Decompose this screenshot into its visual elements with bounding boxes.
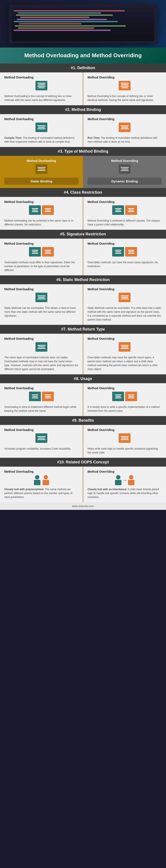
overloading-static-col: Method Overloading Static Methods can be… [0,284,83,325]
section-usage: #8. Usage Method Overloading [0,374,166,416]
overriding-binding-title: Method Overriding [88,117,162,121]
overriding-static-icon [119,293,131,302]
overriding-return-icon-area [88,342,162,353]
overloading-class-col: Method Overloading [0,197,83,230]
overriding-definition-col: Method Overriding Method Overriding is t… [83,72,166,105]
overriding-usage-title: Method Overriding [88,386,162,390]
overloading-sig-icon1 [29,247,41,256]
polymorphism-label: Closely knit with polymorphism: [4,488,44,491]
static-binding-label: Static Binding [4,178,78,185]
overriding-benefits-icon [119,433,131,443]
overriding-type-col: Method Overriding Dynamic Binding [83,156,166,188]
overriding-usage-icon-area [88,392,162,403]
section-4-header: #4. Class Restriction [0,188,166,197]
person-icon2 [42,475,49,485]
overriding-usage-icon2 [125,392,137,401]
overriding-def-icon-area [88,81,162,92]
overloading-usage-icon-area [4,392,78,403]
overriding-class-icon2 [125,205,137,215]
overriding-benefits-icon-area [88,433,162,444]
section-definition: #1. Definition Method Overloading Method… [0,64,166,105]
overriding-static-icon-area [88,293,162,304]
overriding-sig-icon1 [112,247,124,256]
overloading-signature-col: Method Overloading [0,239,83,275]
overriding-return-title: Method Overriding [88,337,162,340]
overriding-binding-text: Run Time: The binding of overridden meth… [88,136,162,144]
overriding-usage-icon1 [112,392,124,401]
section-binding: #2. Method Binding Method Overloading Co… [0,105,166,147]
overloading-return-col: Method Overloading The return type of ov… [0,334,83,374]
overloading-def-icon [35,81,47,90]
overloading-signature-text: Overloaded methods must differ in their … [4,260,78,272]
overriding-oops-col: Method Overriding → [83,467,166,502]
overriding-binding-col: Method Overriding Run Time: The binding … [83,114,166,147]
overriding-usage-col: Method Overriding [83,383,166,416]
dynamic-binding-label: Dynamic Binding [88,178,162,185]
overriding-benefits-title: Method Overriding [88,428,162,432]
overriding-oops-icon-area: → [88,475,162,485]
overloading-benefits-col: Method Overloading Increases program rea… [0,425,83,458]
overriding-signature-col: Method Overriding [83,239,166,275]
section-3-header: #3. Type of Method Binding [0,147,166,156]
overloading-usage-icon1 [29,392,41,401]
overloading-oops-text: Closely knit with polymorphism: The same… [4,487,78,499]
overloading-return-icon-area [4,342,78,353]
overriding-return-col: Method Overriding Overridden methods may… [83,334,166,374]
overloading-static-title: Method Overloading [4,287,78,291]
section-oops: #10. Related OOPS Concept Method Overloa… [0,458,166,502]
section-10-header: #10. Related OOPS Concept [0,458,166,467]
overriding-oops-text: Closely knit with an Inheritance: A chil… [88,487,162,499]
overriding-sig-icon2 [125,247,137,256]
overloading-binding-title: Method Overloading [4,117,78,121]
overloading-signature-title: Method Overloading [4,242,78,245]
overriding-binding-icon [119,123,131,132]
overriding-class-title: Method Overriding [88,200,162,204]
overriding-static-title: Method Overriding [88,287,162,291]
overloading-usage-icon2 [42,392,54,401]
overloading-oops-col: Method Overloading [0,467,83,502]
run-time-label: Run Time: [88,136,100,140]
overriding-benefits-text: Helps write code logic to handle specifi… [88,447,162,455]
overloading-return-text: The return type of overloaded methods do… [4,355,78,371]
section-5-header: #5. Signature Restriction [0,230,166,239]
overriding-class-col: Method Overriding [83,197,166,230]
overloading-oops-icon-area [4,475,78,485]
overriding-benefits-col: Method Overriding Helps write code logic… [83,425,166,458]
overloading-definition-text: Method Overloading is the concept of def… [4,94,78,102]
overloading-static-text: Static Methods can be overloaded. This a… [4,306,78,318]
section-9-header: #9. Benefits [0,416,166,425]
section-type-binding: #3. Type of Method Binding Method Overlo… [0,147,166,188]
arrow-icon: → [123,478,127,483]
section-benefits: #9. Benefits Method Overloading Increase… [0,416,166,458]
overloading-definition-title: Method Overloading [4,76,78,79]
overloading-benefits-icon [35,433,47,443]
overloading-class-icon-area [4,205,78,217]
overloading-binding-col: Method Overloading Compile Time: The bin… [0,114,83,147]
overriding-return-icon [119,342,131,352]
website-url: www.educba.com [72,504,94,508]
overriding-type-icon-area [88,164,162,176]
overriding-usage-text: It is mostly done to write a specific im… [88,405,162,413]
overloading-benefits-text: Increases program readability. Increases… [4,447,78,451]
section-6-header: #6. Static Method Restriction [0,275,166,284]
overloading-return-title: Method Overloading [4,337,78,340]
overriding-type-icon [119,164,131,174]
overloading-class-title: Method Overloading [4,200,78,204]
overriding-oops-title: Method Overriding [88,470,162,473]
overloading-def-icon-area [4,81,78,92]
inheritance-label: Closely knit with an Inheritance: [88,488,127,491]
overloading-class-icon1 [29,205,41,215]
overloading-binding-icon [35,123,47,132]
overriding-def-icon [119,81,131,90]
person-icon [34,475,40,485]
overriding-signature-text: Overridden methods can have the exact sa… [88,260,162,268]
footer: www.educba.com [0,502,166,510]
overriding-class-text: Method Overriding is achieved in differe… [88,219,162,226]
overloading-binding-icon-area [4,123,78,134]
compile-time-label: Compile Time: [4,136,22,140]
section-1-header: #1. Definition [0,64,166,72]
person-icon4 [128,475,134,485]
overriding-class-icon1 [112,205,124,215]
section-2-header: #2. Method Binding [0,105,166,114]
overriding-type-title: Method Overriding [88,159,162,162]
